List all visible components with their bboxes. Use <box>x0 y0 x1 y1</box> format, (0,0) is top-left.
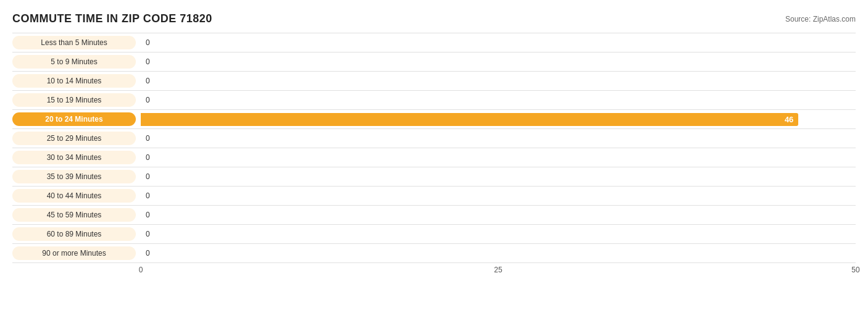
bar-label: Less than 5 Minutes <box>12 36 136 49</box>
bar-label: 5 to 9 Minutes <box>12 55 136 69</box>
bar-track: 0 <box>141 244 856 262</box>
bar-zero-value: 0 <box>146 38 150 47</box>
bar-row: 20 to 24 Minutes46 <box>12 110 856 129</box>
bar-value-label: 46 <box>785 115 793 124</box>
bar-track: 0 <box>141 225 856 243</box>
bar-track: 0 <box>141 91 856 109</box>
chart-title: COMMUTE TIME IN ZIP CODE 71820 <box>12 12 212 25</box>
bar-row: 35 to 39 Minutes0 <box>12 167 856 187</box>
bar-row: Less than 5 Minutes0 <box>12 33 856 52</box>
bar-zero-value: 0 <box>146 211 150 219</box>
x-axis-tick: 25 <box>494 266 502 274</box>
bar-zero-value: 0 <box>146 134 150 143</box>
bar-label: 10 to 14 Minutes <box>12 74 136 88</box>
bar-label: 15 to 19 Minutes <box>12 93 136 107</box>
bar-row: 25 to 29 Minutes0 <box>12 129 856 148</box>
bar-label: 60 to 89 Minutes <box>12 227 136 241</box>
bar-label: 35 to 39 Minutes <box>12 170 136 183</box>
bar-track: 0 <box>141 33 856 52</box>
bar-label: 30 to 34 Minutes <box>12 151 136 164</box>
bar-label: 20 to 24 Minutes <box>12 112 136 126</box>
bar-label: 90 or more Minutes <box>12 246 136 260</box>
bar-row: 5 to 9 Minutes0 <box>12 52 856 72</box>
bar-row: 40 to 44 Minutes0 <box>12 187 856 206</box>
bar-zero-value: 0 <box>146 57 150 66</box>
bar-label: 45 to 59 Minutes <box>12 208 136 222</box>
chart-header: COMMUTE TIME IN ZIP CODE 71820 Source: Z… <box>12 12 856 25</box>
bar-zero-value: 0 <box>146 77 150 85</box>
bar-track: 0 <box>141 52 856 71</box>
bar-row: 10 to 14 Minutes0 <box>12 72 856 91</box>
bar-track: 0 <box>141 206 856 224</box>
chart-container: COMMUTE TIME IN ZIP CODE 71820 Source: Z… <box>0 0 868 323</box>
x-axis-tick: 50 <box>851 266 859 274</box>
bars-section: Less than 5 Minutes05 to 9 Minutes010 to… <box>12 33 856 263</box>
bar-track: 0 <box>141 148 856 167</box>
bar-label: 25 to 29 Minutes <box>12 132 136 145</box>
bar-track: 0 <box>141 167 856 186</box>
x-axis: 02550 <box>141 266 856 281</box>
bar-track: 0 <box>141 72 856 90</box>
bar-zero-value: 0 <box>146 172 150 181</box>
x-axis-tick: 0 <box>139 266 143 274</box>
chart-source: Source: ZipAtlas.com <box>785 15 856 23</box>
bar-zero-value: 0 <box>146 153 150 162</box>
bar-zero-value: 0 <box>146 191 150 200</box>
bar-label: 40 to 44 Minutes <box>12 189 136 203</box>
bar-row: 45 to 59 Minutes0 <box>12 206 856 225</box>
bar-fill: 46 <box>141 113 798 126</box>
bar-track: 0 <box>141 187 856 205</box>
bar-row: 15 to 19 Minutes0 <box>12 91 856 110</box>
bar-row: 60 to 89 Minutes0 <box>12 225 856 244</box>
bar-row: 30 to 34 Minutes0 <box>12 148 856 167</box>
bar-zero-value: 0 <box>146 96 150 104</box>
bar-track: 0 <box>141 129 856 148</box>
bar-zero-value: 0 <box>146 230 150 238</box>
chart-area: Less than 5 Minutes05 to 9 Minutes010 to… <box>12 33 856 282</box>
bar-row: 90 or more Minutes0 <box>12 244 856 263</box>
bar-zero-value: 0 <box>146 249 150 258</box>
bar-track: 46 <box>141 110 856 128</box>
